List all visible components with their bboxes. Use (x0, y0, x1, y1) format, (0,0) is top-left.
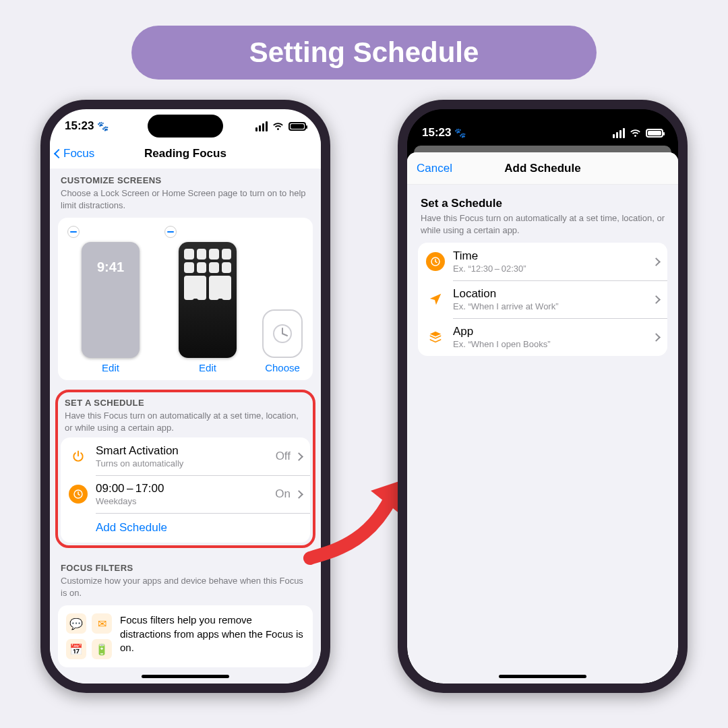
dynamic-island (148, 115, 223, 138)
nav-title: Reading Focus (144, 147, 226, 160)
battery-icon (646, 129, 663, 138)
clock-icon (272, 324, 293, 344)
home-indicator[interactable] (142, 675, 229, 678)
messages-icon: 💬 (66, 613, 86, 634)
highlight-box: SET A SCHEDULE Have this Focus turn on a… (55, 390, 315, 548)
chevron-left-icon (54, 149, 63, 158)
edit-homescreen-button[interactable]: Edit (199, 362, 216, 373)
dynamic-island (505, 115, 580, 138)
battery-filter-icon: 🔋 (92, 639, 112, 659)
sheet-title: Add Schedule (504, 162, 580, 175)
homescreen-thumb[interactable] (179, 242, 237, 358)
remove-lockscreen-button[interactable] (67, 226, 80, 238)
phone-right: 15:23 🐾 Cancel Add Schedule (398, 100, 688, 693)
schedule-option-location[interactable]: LocationEx. “When I arrive at Work” (418, 280, 667, 318)
cancel-button[interactable]: Cancel (417, 152, 452, 184)
section-header: CUSTOMIZE SCREENS (61, 175, 310, 185)
sheet-section-desc: Have this Focus turn on automatically at… (421, 212, 665, 236)
schedule-header: SET A SCHEDULE (65, 398, 306, 408)
battery-icon (289, 122, 306, 131)
edit-lockscreen-button[interactable]: Edit (102, 362, 119, 373)
filters-text: Focus filters help you remove distractio… (120, 613, 305, 659)
nav-bar: Focus Reading Focus (50, 139, 321, 169)
page-title-badge: Setting Schedule (131, 26, 597, 80)
svg-line-2 (282, 334, 287, 336)
app-stack-icon (426, 328, 445, 346)
chevron-right-icon (652, 333, 661, 342)
schedule-option-time[interactable]: TimeEx. “12:30 – 02:30” (418, 243, 667, 280)
back-button[interactable]: Focus (55, 139, 94, 169)
filters-header: FOCUS FILTERS (61, 563, 310, 573)
filters-icons: 💬 ✉ 📅 🔋 (66, 613, 112, 659)
clock-icon (69, 485, 88, 504)
row-value: On (275, 487, 291, 501)
wifi-icon (272, 122, 284, 131)
sheet-nav: Cancel Add Schedule (407, 152, 678, 185)
power-icon (69, 447, 88, 466)
row-value: Off (276, 450, 291, 463)
schedule-desc: Have this Focus turn on automatically at… (65, 410, 306, 433)
mail-icon: ✉ (92, 613, 112, 634)
lockscreen-thumb[interactable]: 9:41 (82, 242, 140, 358)
sheet-section-title: Set a Schedule (421, 197, 665, 210)
choose-watchface-button[interactable]: Choose (265, 362, 300, 373)
calendar-icon: 📅 (66, 639, 86, 659)
remove-homescreen-button[interactable] (164, 226, 177, 238)
chevron-right-icon (652, 295, 661, 304)
cellular-icon (255, 121, 268, 131)
paw-icon: 🐾 (454, 127, 466, 138)
location-icon (426, 290, 445, 309)
time-schedule-row[interactable]: 09:00 – 17:00Weekdays On (61, 475, 310, 513)
section-desc: Choose a Lock Screen or Home Screen page… (61, 187, 310, 211)
wifi-icon (630, 129, 641, 138)
cellular-icon (613, 128, 625, 138)
filters-desc: Customize how your apps and device behav… (61, 575, 310, 599)
paw-icon: 🐾 (97, 121, 109, 131)
chevron-right-icon (652, 257, 661, 266)
add-schedule-button[interactable]: Add Schedule (61, 513, 310, 543)
phone-left: 15:23 🐾 Focus Reading Focus CUSTOMIZE SC… (40, 100, 330, 693)
clock-icon (426, 252, 445, 271)
smart-activation-row[interactable]: Smart ActivationTurns on automatically O… (61, 437, 310, 475)
watchface-thumb[interactable] (262, 309, 303, 358)
home-indicator[interactable] (499, 675, 586, 678)
customize-screens-card: 9:41 Edit Edit Choose (58, 218, 313, 380)
schedule-option-app[interactable]: AppEx. “When I open Books” (418, 318, 667, 356)
